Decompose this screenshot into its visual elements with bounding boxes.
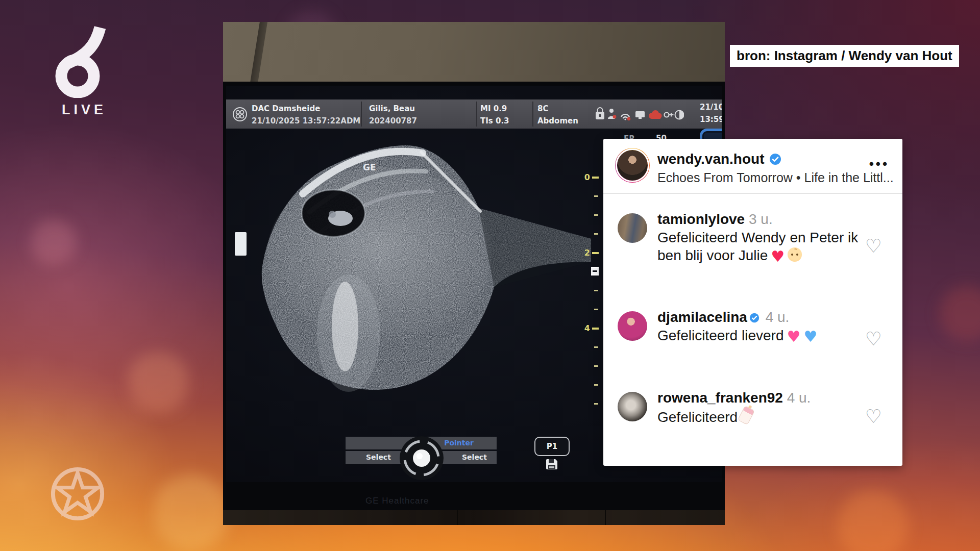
bokeh-light — [31, 219, 77, 265]
comment-text: Gefeliciteerd Wendy en Peter ik ben blij… — [657, 230, 858, 264]
account-username[interactable]: wendy.van.hout — [657, 151, 765, 167]
avatar[interactable] — [618, 311, 647, 341]
more-options-button[interactable]: ••• — [869, 156, 889, 172]
avatar[interactable] — [618, 392, 647, 421]
comment-item: tamionlylove 3 u. Gefeliciteerd Wendy en… — [618, 210, 888, 265]
star-circle-logo-icon — [49, 465, 106, 522]
bokeh-light — [837, 490, 909, 551]
depth-mark: 2 — [581, 248, 590, 258]
comment-item: djamilacelina 4 u. Gefeliciteerd lieverd… — [618, 308, 888, 344]
bokeh-light — [153, 474, 230, 551]
verified-badge-icon — [749, 313, 760, 323]
save-image-icon[interactable] — [545, 458, 558, 470]
red-heart-emoji: ♥ — [771, 249, 785, 264]
instagram-panel: wendy.van.hout Echoes From Tomorrow • Li… — [603, 139, 902, 466]
select-left-softkey[interactable]: Select — [366, 453, 391, 461]
desk — [223, 510, 725, 525]
p1-print-button[interactable]: P1 — [534, 437, 570, 456]
baby-bottle-emoji — [738, 405, 755, 425]
story-ring[interactable] — [615, 148, 650, 183]
comment-text: Gefeliciteerd lieverd — [657, 328, 783, 343]
comment-time: 3 u. — [749, 211, 773, 227]
comment-username[interactable]: tamionlylove — [657, 211, 745, 227]
depth-mark: 0 — [581, 172, 590, 182]
instagram-header: wendy.van.hout Echoes From Tomorrow • Li… — [603, 139, 902, 194]
gestational-sac — [302, 190, 365, 237]
depth-mark: 4 — [581, 323, 590, 333]
trackball-control[interactable] — [399, 435, 445, 481]
comment-text: Gefeliciteerd — [657, 409, 738, 425]
comment-username[interactable]: djamilacelina — [657, 309, 747, 325]
depth-scale: 0 2 4 — [581, 167, 604, 433]
orientation-marker: GE — [363, 162, 376, 172]
broadcast-frame: 6 LIVE DAC Damsheide 21/10/2025 1 — [0, 0, 980, 551]
live-badge: LIVE — [48, 102, 115, 118]
acoustic-streak — [317, 274, 380, 392]
channel-logo: 6 LIVE — [48, 23, 115, 118]
focus-marker — [591, 267, 599, 276]
avatar[interactable] — [617, 150, 648, 181]
channel-number: 6 — [110, 23, 110, 24]
verified-badge-icon — [769, 153, 781, 165]
select-right-softkey[interactable]: Select — [462, 453, 487, 461]
comment-username[interactable]: rowena_franken92 — [657, 390, 783, 406]
blue-heart-emoji: ♥ — [803, 329, 817, 344]
fan-sector — [262, 145, 591, 390]
pink-heart-emoji: ♥ — [787, 329, 800, 344]
source-attribution: bron: Instagram / Wendy van Hout — [730, 45, 959, 67]
comment-time: 4 u. — [787, 390, 811, 406]
like-button[interactable]: ♡ — [865, 330, 882, 348]
avatar[interactable] — [618, 213, 647, 243]
monitor-brand: GE Healthcare — [365, 496, 488, 506]
like-button[interactable]: ♡ — [865, 407, 882, 426]
like-button[interactable]: ♡ — [865, 237, 882, 256]
comment-time: 4 u. — [766, 309, 790, 325]
background-wall — [223, 22, 725, 83]
probe-indicator-bar — [235, 232, 247, 256]
comment-item: rowena_franken92 4 u. Gefeliciteerd ♡ — [618, 389, 888, 426]
baby-emoji — [788, 247, 802, 262]
bokeh-light — [939, 286, 980, 342]
account-subtitle: Echoes From Tomorrow • Life in the Littl… — [657, 170, 894, 185]
six-logo-icon — [48, 23, 110, 98]
bokeh-light — [128, 352, 189, 413]
